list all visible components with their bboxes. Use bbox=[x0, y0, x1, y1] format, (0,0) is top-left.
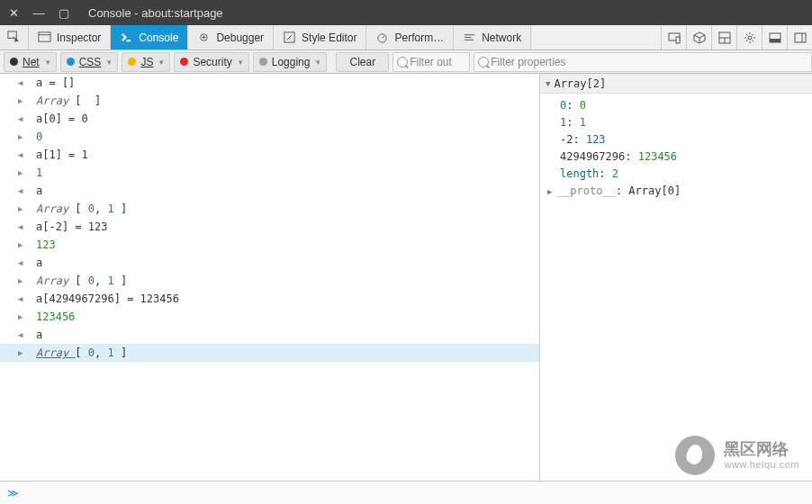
dock-window-button[interactable] bbox=[787, 25, 812, 50]
console-line[interactable]: ▶123456 bbox=[0, 308, 539, 326]
console-text: a bbox=[36, 184, 42, 197]
console-text: a[-2] = 123 bbox=[36, 220, 107, 233]
pointer-icon bbox=[7, 31, 21, 44]
tab-label: Debugger bbox=[216, 32, 264, 44]
output-arrow-icon: ▶ bbox=[18, 348, 29, 357]
inspector-icon bbox=[38, 31, 51, 44]
console-line[interactable]: ▶Array [ 0, 1 ] bbox=[0, 272, 539, 290]
close-icon[interactable]: ✕ bbox=[7, 6, 20, 19]
input-arrow-icon: ◀ bbox=[18, 114, 29, 123]
tab-inspector[interactable]: Inspector bbox=[29, 25, 111, 50]
gear-icon bbox=[744, 32, 756, 44]
tab-label: Style Editor bbox=[302, 32, 356, 44]
console-line[interactable]: ◀a[1] = 1 bbox=[0, 146, 539, 164]
inspector-row[interactable]: ▶ __proto__: Array[0] bbox=[560, 183, 812, 201]
window-titlebar: ✕ ― ▢ Console - about:startpage bbox=[0, 0, 812, 25]
inspector-row[interactable]: 1: 1 bbox=[560, 114, 812, 131]
console-line[interactable]: ◀a[-2] = 123 bbox=[0, 218, 539, 236]
console-text: 1 bbox=[36, 166, 42, 179]
tab-debugger[interactable]: Debugger bbox=[188, 25, 274, 50]
console-line[interactable]: ▶0 bbox=[0, 128, 539, 146]
console-line[interactable]: ◀a bbox=[0, 182, 539, 200]
inspector-row[interactable]: 0: 0 bbox=[560, 97, 812, 114]
tab-label: Network bbox=[482, 32, 521, 44]
console-text: 123456 bbox=[36, 310, 75, 323]
console-line[interactable]: ◀a = [] bbox=[0, 74, 539, 92]
svg-rect-19 bbox=[770, 39, 780, 42]
filter-js[interactable]: JS▾ bbox=[122, 52, 170, 72]
tab-console[interactable]: Console bbox=[111, 25, 188, 50]
tab-label: Console bbox=[139, 32, 178, 44]
filter-security[interactable]: Security▾ bbox=[174, 52, 248, 72]
console-line[interactable]: ◀a[0] = 0 bbox=[0, 110, 539, 128]
console-text: a bbox=[36, 256, 42, 269]
tab-network[interactable]: Network bbox=[454, 25, 531, 50]
inspector-title: Array[2] bbox=[554, 77, 606, 90]
console-line[interactable]: ▶123 bbox=[0, 236, 539, 254]
responsive-mode-button[interactable] bbox=[661, 25, 686, 50]
svg-rect-1 bbox=[39, 32, 50, 41]
inspector-row[interactable]: 4294967296: 123456 bbox=[560, 148, 812, 166]
chevron-down-icon: ▼ bbox=[546, 79, 550, 88]
filter-net[interactable]: Net▾ bbox=[4, 52, 57, 72]
filter-properties-input[interactable]: Filter properties bbox=[474, 52, 812, 72]
console-line[interactable]: ◀a bbox=[0, 326, 539, 344]
filter-output-input[interactable]: Filter out bbox=[392, 52, 470, 72]
settings-button[interactable] bbox=[736, 25, 762, 50]
console-line[interactable]: ◀a bbox=[0, 254, 539, 272]
tab-style-editor[interactable]: Style Editor bbox=[274, 25, 366, 50]
inspector-row[interactable]: -2: 123 bbox=[560, 131, 812, 148]
console-text: a[0] = 0 bbox=[36, 112, 88, 125]
tab-performance[interactable]: Perform… bbox=[366, 25, 454, 50]
console-text: a bbox=[36, 328, 42, 341]
console-text: 123 bbox=[36, 238, 56, 251]
performance-icon bbox=[375, 31, 389, 44]
dock-icon bbox=[769, 32, 781, 44]
inspector-row[interactable]: length: 2 bbox=[560, 166, 812, 183]
output-arrow-icon: ▶ bbox=[18, 240, 29, 249]
console-icon bbox=[120, 31, 133, 44]
filter-logging[interactable]: Logging▾ bbox=[253, 52, 328, 72]
network-icon bbox=[463, 31, 476, 44]
input-arrow-icon: ◀ bbox=[18, 330, 29, 339]
console-text: 0 bbox=[36, 130, 42, 143]
dock-side-button[interactable] bbox=[762, 25, 787, 50]
console-text: a[4294967296] = 123456 bbox=[36, 292, 179, 305]
scratchpad-button[interactable] bbox=[686, 25, 711, 50]
chevron-right-icon: ▶ bbox=[547, 187, 557, 196]
console-text: Array [ 0, 1 ] bbox=[36, 274, 127, 287]
maximize-icon[interactable]: ▢ bbox=[58, 6, 70, 19]
style-editor-icon bbox=[283, 31, 296, 44]
console-text: a[1] = 1 bbox=[36, 148, 88, 161]
svg-rect-0 bbox=[8, 32, 16, 39]
inspector-header[interactable]: ▼ Array[2] bbox=[540, 74, 812, 94]
pick-element-button[interactable] bbox=[0, 25, 29, 50]
panels-icon bbox=[794, 32, 807, 44]
input-arrow-icon: ◀ bbox=[18, 258, 29, 267]
console-line[interactable]: ▶1 bbox=[0, 164, 539, 182]
tab-label: Inspector bbox=[57, 32, 101, 44]
input-arrow-icon: ◀ bbox=[18, 78, 29, 87]
console-prompt[interactable]: ≫ bbox=[0, 481, 812, 504]
frames-icon bbox=[718, 32, 731, 44]
console-output[interactable]: ◀a = []▶Array [ ]◀a[0] = 0▶0◀a[1] = 1▶1◀… bbox=[0, 74, 540, 481]
console-line[interactable]: ◀a[4294967296] = 123456 bbox=[0, 290, 539, 308]
window-title: Console - about:startpage bbox=[88, 6, 223, 20]
output-arrow-icon: ▶ bbox=[18, 312, 29, 321]
frames-button[interactable] bbox=[711, 25, 736, 50]
filter-css[interactable]: CSS▾ bbox=[60, 52, 119, 72]
clear-button[interactable]: Clear bbox=[336, 52, 389, 72]
console-line[interactable]: ▶Array [ 0, 1 ] bbox=[0, 200, 539, 218]
svg-rect-13 bbox=[676, 37, 680, 43]
console-line[interactable]: ▶Array [ ] bbox=[0, 92, 539, 110]
input-arrow-icon: ◀ bbox=[18, 222, 29, 231]
minimize-icon[interactable]: ― bbox=[32, 6, 45, 19]
input-arrow-icon: ◀ bbox=[18, 150, 29, 159]
console-line[interactable]: ▶Array [ 0, 1 ] bbox=[0, 344, 539, 362]
console-text: Array [ 0, 1 ] bbox=[36, 202, 127, 215]
output-arrow-icon: ▶ bbox=[18, 168, 29, 177]
output-arrow-icon: ▶ bbox=[18, 96, 29, 105]
box-icon bbox=[693, 32, 706, 44]
devtools-toolbar: Inspector Console Debugger Style Editor … bbox=[0, 25, 812, 50]
input-arrow-icon: ◀ bbox=[18, 294, 29, 303]
